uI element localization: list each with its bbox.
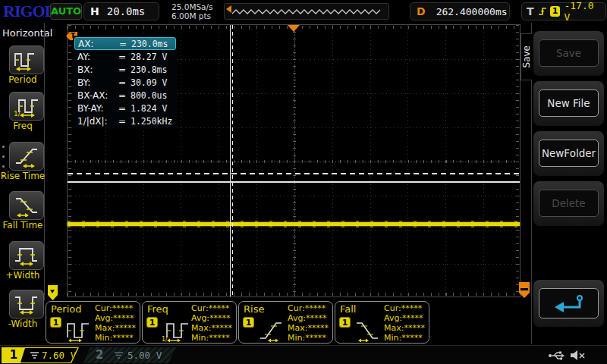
period-icon [9, 46, 44, 74]
softkey-delete[interactable]: Delete [533, 181, 604, 226]
measurement-label: Period [51, 303, 82, 315]
trigger-readout-box[interactable]: T 1 -17.0 V [521, 2, 606, 20]
delay-readout-box[interactable]: D 262.400000ms [410, 2, 510, 20]
ch1-offset-offscreen-marker-icon[interactable] [48, 285, 58, 300]
memory-depth: 6.00M pts [171, 11, 213, 20]
measurement-label: Fall [340, 303, 356, 315]
sidebar-title: Horizontal [2, 27, 52, 39]
sidebar-item-plus-width[interactable]: +Width [0, 241, 46, 281]
sidebar-item-period[interactable]: Period [0, 46, 46, 85]
svg-text:1/: 1/ [14, 110, 21, 118]
measurement-box-period[interactable]: Period 1 Cur:***** Avg:***** Max:***** M… [46, 301, 140, 344]
fall-icon [354, 316, 382, 342]
cursor-measurement-panel: AX: = 230.0ms AY:=28.27 V BX:=230.8ms BY… [73, 36, 178, 129]
h-label: H [90, 5, 99, 17]
sidebar-item-label: Freq [0, 121, 46, 131]
top-status-bar: RIGOL AUTO H 20.0ms 25.0MSa/s 6.00M pts … [0, 0, 607, 23]
ground-coupling-icon [114, 351, 124, 359]
cursor-b-vertical-line[interactable] [232, 25, 233, 297]
d-label: D [417, 5, 426, 17]
svg-text:1/: 1/ [162, 336, 168, 342]
channel-badge: 1 [243, 317, 254, 328]
channel-1-indicator[interactable]: 1 7.60 V [2, 347, 79, 363]
sample-rate: 25.0MSa/s [171, 2, 213, 11]
rigol-logo: RIGOL [3, 2, 55, 21]
cursor-row-ax[interactable]: AX: = 230.0ms [74, 37, 176, 50]
new-file-button[interactable]: New File [539, 89, 599, 117]
channel-status-bar: 1 7.60 V 2 5.00 V [0, 345, 607, 364]
softkey-back[interactable] [533, 280, 604, 327]
cursor-a-vertical-line[interactable] [230, 25, 231, 297]
sample-rate-readout: 25.0MSa/s 6.00M pts [171, 2, 213, 20]
menu-tab-save: Save [521, 33, 532, 80]
sidebar-item-fall-time[interactable]: Fall Time [0, 191, 46, 231]
cursor-a-horizontal-line[interactable] [68, 181, 520, 183]
freq-icon: 1/ [9, 92, 44, 121]
preview-wave-icon [231, 6, 384, 17]
usb-icon [548, 350, 565, 361]
channel-2-scale: 5.00 V [127, 350, 162, 361]
delay-value: 262.400000ms [436, 6, 508, 17]
sidebar-item-freq[interactable]: 1/ Freq [0, 92, 46, 131]
measurement-box-freq[interactable]: Freq 1 1/ Cur:***** Avg:***** Max:***** … [142, 301, 237, 344]
period-icon [64, 316, 93, 342]
trigger-level-offscreen-marker-icon[interactable] [519, 282, 530, 298]
channel-2-number: 2 [96, 348, 103, 362]
freq-icon: 1/ [161, 316, 190, 342]
trigger-source-badge: 1 [550, 6, 561, 17]
softkey-save[interactable]: Save [533, 31, 604, 76]
sidebar-item-rise-time[interactable]: Rise Time [0, 142, 46, 181]
fall-time-icon [9, 191, 44, 220]
sidebar-item-label: Period [0, 74, 46, 85]
speaker-muted-icon [569, 349, 586, 362]
h-scale-value: 20.0ms [107, 5, 146, 17]
measurement-box-rise[interactable]: Rise 1 Cur:***** Avg:***** Max:***** Min… [238, 301, 333, 344]
new-folder-button[interactable]: NewFolder [539, 140, 599, 167]
rising-edge-trigger-icon [537, 6, 548, 17]
cursor-row-bx: BX:=230.8ms [74, 63, 176, 76]
run-status-badge[interactable]: AUTO [50, 3, 82, 20]
ch1-trace-noise [68, 226, 520, 228]
delete-button[interactable]: Delete [539, 190, 599, 217]
sidebar-item-label: -Width [0, 318, 46, 329]
waveform-preview[interactable] [224, 3, 389, 20]
sidebar-item-label: Fall Time [0, 220, 46, 231]
sidebar-item-label: Rise Time [0, 171, 46, 181]
t-label: T [527, 5, 534, 17]
cursor-row-by: BY:=30.09 V [74, 76, 176, 89]
cursor-row-inv-dx: 1/|dX|:=1.250kHz [74, 115, 176, 127]
channel-1-scale: 7.60 V [42, 350, 76, 361]
channel-2-indicator[interactable]: 2 5.00 V [83, 347, 176, 363]
measurement-label: Rise [244, 303, 264, 315]
minus-width-icon [9, 290, 44, 318]
ground-coupling-icon [30, 351, 39, 359]
measurement-label: Freq [147, 303, 168, 315]
return-arrow-icon[interactable] [539, 288, 599, 318]
trigger-position-marker-icon[interactable] [288, 25, 300, 32]
cursor-row-ay: AY:=28.27 V [74, 50, 176, 63]
rise-icon [257, 316, 286, 342]
channel-badge: 1 [50, 317, 61, 328]
trigger-level-value: -17.0 V [564, 0, 605, 23]
channel-1-number: 1 [2, 348, 25, 362]
softkey-new-file[interactable]: New File [533, 81, 604, 126]
cursor-row-by-ay: BY-AY:=1.824 V [74, 102, 176, 115]
save-button[interactable]: Save [539, 39, 599, 67]
sidebar-item-minus-width[interactable]: -Width [0, 290, 46, 329]
oscilloscope-screen: RIGOL AUTO H 20.0ms 25.0MSa/s 6.00M pts … [0, 0, 607, 364]
channel-badge: 1 [146, 317, 158, 328]
channel-badge: 1 [339, 317, 351, 328]
cursor-row-bx-ax: BX-AX:=800.0us [74, 89, 176, 102]
measure-sidebar: Horizontal Period [0, 23, 46, 345]
rise-time-icon [9, 142, 44, 171]
sidebar-item-label: +Width [0, 270, 46, 281]
horizontal-scale-box[interactable]: H 20.0ms [83, 2, 159, 20]
softkey-new-folder[interactable]: NewFolder [533, 131, 604, 176]
cursor-b-horizontal-line[interactable] [68, 173, 520, 174]
plus-width-icon [9, 241, 44, 270]
measurement-box-fall[interactable]: Fall 1 Cur:***** Avg:***** Max:***** Min… [335, 301, 429, 344]
